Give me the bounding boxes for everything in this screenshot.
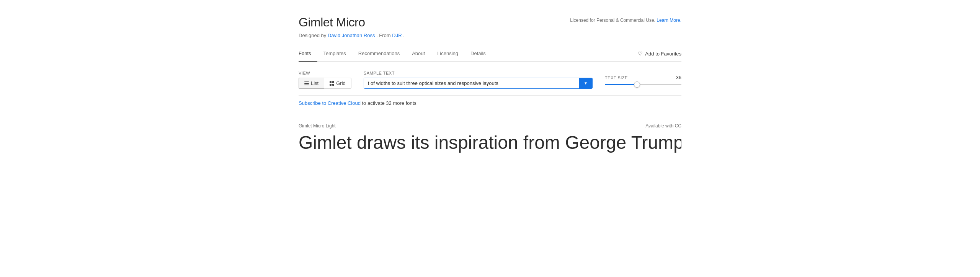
- grid-view-button[interactable]: Grid: [324, 78, 351, 89]
- font-entry-header: Gimlet Micro Light Available with CC: [299, 123, 681, 129]
- font-title: Gimlet Micro: [299, 15, 405, 29]
- text-size-label: Text Size: [605, 75, 628, 80]
- sample-text-input-wrap: ▼: [364, 78, 593, 89]
- tab-templates[interactable]: Templates: [317, 46, 352, 62]
- license-info: Licensed for Personal & Commercial Use. …: [570, 15, 681, 23]
- slider-thumb[interactable]: [634, 81, 640, 88]
- view-label: View: [299, 71, 351, 75]
- font-entry: Gimlet Micro Light Available with CC Gim…: [299, 117, 681, 154]
- sample-text-input[interactable]: [364, 78, 579, 88]
- font-info: Gimlet Micro Designed by David Jonathan …: [299, 15, 405, 38]
- tab-recommendations[interactable]: Recommendations: [352, 46, 406, 62]
- font-preview-main: Gimlet draws its inspiration from George…: [299, 132, 681, 153]
- list-icon: [304, 81, 309, 85]
- text-size-slider-track[interactable]: [605, 84, 681, 85]
- view-group: View List G: [299, 71, 351, 89]
- heart-icon: ♡: [638, 51, 643, 57]
- license-text: Licensed for Personal & Commercial Use.: [570, 18, 655, 23]
- slider-fill: [605, 84, 635, 85]
- sample-text-group: Sample Text ▼: [364, 71, 593, 89]
- view-buttons: List Grid: [299, 78, 351, 89]
- subscribe-link[interactable]: Subscribe to Creative Cloud: [299, 100, 362, 106]
- font-designer: Designed by David Jonathan Ross . From D…: [299, 33, 405, 38]
- page-container: Gimlet Micro Designed by David Jonathan …: [222, 0, 758, 160]
- sample-text-label: Sample Text: [364, 71, 593, 75]
- font-list-section: Gimlet Micro Light Available with CC Gim…: [299, 111, 681, 160]
- header-section: Gimlet Micro Designed by David Jonathan …: [299, 0, 681, 46]
- learn-more-link[interactable]: Learn More.: [657, 18, 681, 23]
- tab-about[interactable]: About: [406, 46, 431, 62]
- add-favorites-label: Add to Favorites: [645, 51, 681, 57]
- sample-text-dropdown-button[interactable]: ▼: [579, 78, 592, 88]
- nav-tabs: Fonts Templates Recommendations About Li…: [299, 46, 492, 61]
- tab-fonts[interactable]: Fonts: [299, 46, 317, 62]
- designer-separator: . From: [376, 33, 391, 38]
- grid-label: Grid: [336, 80, 346, 86]
- text-size-header: Text Size 36: [605, 75, 681, 80]
- designer-link[interactable]: David Jonathan Ross: [328, 33, 376, 38]
- subscribe-suffix: to activate 32 more fonts: [362, 100, 416, 106]
- tab-details[interactable]: Details: [464, 46, 492, 62]
- controls-section: View List G: [299, 62, 681, 95]
- subscribe-banner: Subscribe to Creative Cloud to activate …: [299, 95, 681, 111]
- tab-licensing[interactable]: Licensing: [431, 46, 464, 62]
- text-size-value: 36: [676, 75, 681, 80]
- foundry-link[interactable]: DJR: [392, 33, 403, 38]
- designer-prefix: Designed by: [299, 33, 326, 38]
- add-favorites-button[interactable]: ♡ Add to Favorites: [638, 47, 681, 60]
- chevron-down-icon: ▼: [584, 81, 588, 85]
- list-label: List: [311, 80, 318, 86]
- font-preview-text: Gimlet draws its inspiration from George…: [299, 132, 681, 154]
- text-size-group: Text Size 36: [605, 75, 681, 85]
- list-view-button[interactable]: List: [299, 78, 324, 89]
- foundry-period: .: [403, 33, 405, 38]
- grid-icon: [330, 81, 334, 86]
- font-variant-name: Gimlet Micro Light: [299, 123, 336, 129]
- nav-section: Fonts Templates Recommendations About Li…: [299, 46, 681, 62]
- font-availability: Available with CC: [645, 123, 681, 129]
